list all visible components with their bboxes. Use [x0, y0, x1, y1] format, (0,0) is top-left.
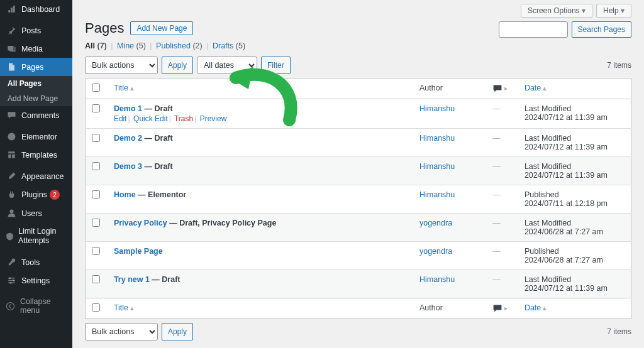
- date-label: Last Modified: [525, 219, 571, 227]
- author-link[interactable]: yogendra: [419, 219, 452, 227]
- sidebar-item-templates[interactable]: Templates: [0, 146, 72, 164]
- table-row: Home — Elementor Himanshu — Published202…: [86, 185, 631, 214]
- pages-table: Title Author Date Demo 1 — Draft Edit| Q…: [85, 78, 631, 319]
- row-checkbox[interactable]: [92, 247, 100, 255]
- sidebar-item-users[interactable]: Users: [0, 204, 72, 222]
- preview-link[interactable]: Preview: [200, 114, 227, 123]
- sidebar-item-tools[interactable]: Tools: [0, 253, 72, 271]
- search-pages-button[interactable]: Search Pages: [572, 21, 631, 38]
- page-title-link[interactable]: Home: [114, 190, 136, 199]
- table-row: Try new 1 — Draft Himanshu — Last Modifi…: [86, 270, 631, 298]
- col-title-footer[interactable]: Title: [114, 303, 134, 312]
- select-all-checkbox-footer[interactable]: [92, 303, 100, 312]
- filter-all[interactable]: All (7): [85, 41, 107, 50]
- svg-point-0: [8, 133, 15, 141]
- col-date[interactable]: Date: [525, 84, 547, 92]
- author-link[interactable]: Himanshu: [419, 275, 455, 284]
- row-checkbox[interactable]: [92, 275, 100, 283]
- author-link[interactable]: yogendra: [419, 247, 452, 256]
- sidebar-item-comments[interactable]: Comments: [0, 106, 72, 124]
- admin-footer: Thank you for creating with WordPress. V…: [85, 340, 631, 348]
- row-checkbox[interactable]: [92, 104, 100, 112]
- sidebar-item-appearance[interactable]: Appearance: [0, 167, 72, 185]
- bulk-actions-select-bottom[interactable]: Bulk actions: [85, 323, 158, 340]
- page-title-link[interactable]: Sample Page: [114, 247, 163, 256]
- apply-button-bottom[interactable]: Apply: [162, 323, 193, 340]
- col-author-footer: Author: [413, 298, 486, 319]
- sidebar-item-settings[interactable]: Settings: [0, 271, 72, 290]
- sidebar-item-plugins[interactable]: Plugins2: [0, 185, 72, 204]
- elementor-icon: [5, 132, 18, 141]
- table-row: Sample Page yogendra — Published2024/06/…: [86, 242, 631, 270]
- author-link[interactable]: Himanshu: [419, 104, 455, 113]
- comment-count: —: [492, 134, 501, 143]
- col-title[interactable]: Title: [114, 84, 134, 92]
- sidebar-item-media[interactable]: Media: [0, 40, 72, 58]
- comment-count: —: [492, 275, 501, 284]
- sidebar-item-label: Posts: [21, 26, 41, 35]
- sidebar-item-label: Limit Login Attempts: [18, 227, 67, 246]
- plugin-update-badge: 2: [50, 190, 60, 200]
- page-title-link[interactable]: Privacy Policy: [114, 219, 167, 227]
- templates-icon: [5, 150, 18, 160]
- sidebar-item-pages[interactable]: Pages: [0, 58, 72, 76]
- author-link[interactable]: Himanshu: [419, 162, 455, 171]
- sidebar-item-elementor[interactable]: Elementor: [0, 128, 72, 146]
- dates-select[interactable]: All dates: [197, 57, 257, 74]
- filter-button[interactable]: Filter: [261, 57, 291, 74]
- date-value: 2024/07/12 at 11:39 am: [525, 284, 608, 293]
- sidebar-item-limit-login[interactable]: Limit Login Attempts: [0, 222, 72, 250]
- brush-icon: [5, 171, 18, 181]
- comment-icon[interactable]: [492, 303, 508, 312]
- page-title-link[interactable]: Demo 3: [114, 162, 142, 171]
- table-row: Demo 3 — Draft Himanshu — Last Modified2…: [86, 157, 631, 185]
- sidebar-item-label: Appearance: [21, 172, 64, 181]
- search-input[interactable]: [499, 21, 568, 38]
- date-value: 2024/07/12 at 11:39 am: [525, 113, 608, 122]
- search-pages: Search Pages: [499, 21, 631, 38]
- author-link[interactable]: Himanshu: [419, 134, 455, 143]
- quick-edit-link[interactable]: Quick Edit: [133, 114, 168, 123]
- row-checkbox[interactable]: [92, 162, 100, 170]
- collapse-icon: [5, 302, 16, 311]
- sidebar-item-label: Dashboard: [21, 5, 60, 14]
- page-title-link[interactable]: Demo 1: [114, 104, 142, 113]
- page-title-link[interactable]: Try new 1: [114, 275, 150, 284]
- page-title: Pages: [85, 20, 124, 36]
- sidebar-item-dashboard[interactable]: Dashboard: [0, 0, 72, 18]
- sidebar-item-posts[interactable]: Posts: [0, 21, 72, 40]
- trash-link[interactable]: Trash: [174, 114, 193, 123]
- post-state: — Draft: [145, 134, 173, 143]
- svg-point-2: [9, 277, 11, 279]
- user-icon: [5, 209, 18, 218]
- row-checkbox[interactable]: [92, 190, 100, 198]
- comment-count: —: [492, 104, 501, 113]
- sidebar-item-collapse[interactable]: Collapse menu: [0, 293, 72, 319]
- page-title-link[interactable]: Demo 2: [114, 134, 142, 143]
- bulk-actions-select[interactable]: Bulk actions: [85, 57, 158, 74]
- col-date-footer[interactable]: Date: [525, 303, 547, 312]
- date-value: 2024/06/28 at 7:27 am: [525, 256, 603, 264]
- apply-button[interactable]: Apply: [162, 57, 193, 74]
- help-button[interactable]: Help: [596, 4, 631, 18]
- sidebar-item-label: Collapse menu: [20, 297, 67, 315]
- date-value: 2024/07/12 at 11:39 am: [525, 143, 608, 151]
- shield-icon: [5, 232, 14, 241]
- select-all-checkbox[interactable]: [92, 84, 100, 92]
- svg-point-1: [9, 210, 13, 214]
- row-checkbox[interactable]: [92, 219, 100, 227]
- filter-mine[interactable]: Mine (5): [117, 41, 146, 50]
- filter-drafts[interactable]: Drafts (5): [213, 41, 245, 50]
- filter-published[interactable]: Published (2): [156, 41, 203, 50]
- sidebar-sub-all-pages[interactable]: All Pages: [0, 76, 72, 91]
- author-link[interactable]: Himanshu: [419, 190, 455, 199]
- comment-count: —: [492, 162, 501, 171]
- row-checkbox[interactable]: [92, 134, 100, 142]
- add-new-page-button[interactable]: Add New Page: [130, 21, 193, 35]
- screen-options-button[interactable]: Screen Options: [521, 4, 592, 18]
- comment-icon[interactable]: [492, 84, 508, 92]
- date-value: 2024/07/12 at 11:39 am: [525, 171, 608, 180]
- sidebar-sub-add-new[interactable]: Add New Page: [0, 91, 72, 106]
- table-row: Privacy Policy — Draft, Privacy Policy P…: [86, 214, 631, 242]
- edit-link[interactable]: Edit: [114, 114, 127, 123]
